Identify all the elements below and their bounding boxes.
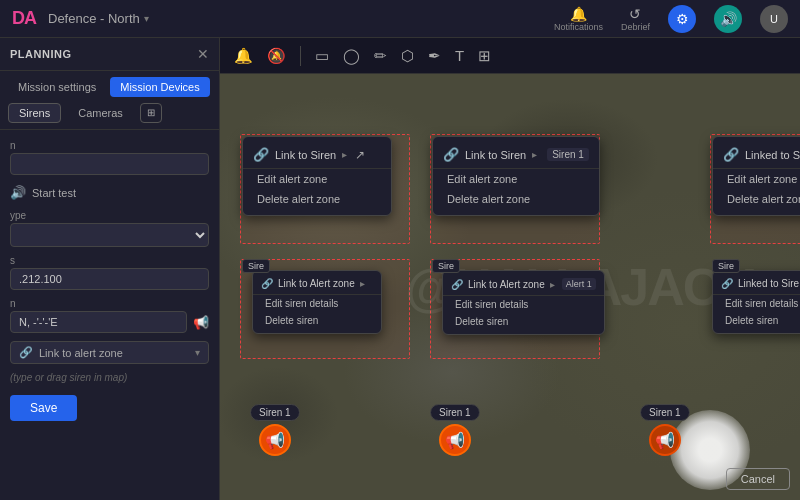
alert1-badge: Alert 1	[562, 278, 596, 290]
nav-icons: 🔔 Notifications ↺ Debrief ⚙ 🔊 U	[554, 5, 788, 33]
type-field-group: ype	[10, 210, 209, 247]
context-menu-2: 🔗 Link to Siren ▸ Siren 1 Edit alert zon…	[432, 136, 600, 216]
toolbar-pencil-icon[interactable]: ✏	[370, 43, 391, 69]
siren-ctx-3-delete[interactable]: Delete siren	[713, 312, 800, 329]
siren-ctx-1-edit[interactable]: Edit siren details	[253, 295, 381, 312]
siren-ctx-2-delete[interactable]: Delete siren	[443, 313, 604, 330]
type-select[interactable]	[10, 223, 209, 247]
toolbar-circle-icon[interactable]: ◯	[339, 43, 364, 69]
debrief-label: Debrief	[621, 22, 650, 32]
siren-name-input[interactable]	[10, 311, 187, 333]
ip-input[interactable]	[10, 268, 209, 290]
toolbar-divider-1	[300, 46, 301, 66]
audio-button[interactable]: 🔊	[714, 5, 742, 33]
siren-badge-2: Sire	[432, 259, 460, 273]
siren-context-menu-2: 🔗 Link to Alert zone ▸ Alert 1 Edit sire…	[442, 270, 605, 335]
subtab-icon[interactable]: ⊞	[140, 103, 162, 123]
siren-ctx-2-label: Link to Alert zone	[468, 279, 545, 290]
siren1-badge: Siren 1	[547, 148, 589, 161]
siren-context-menu-3: 🔗 Linked to Sire Edit siren details Dele…	[712, 270, 800, 334]
chevron-s2: ▸	[550, 279, 555, 290]
ctx-menu-3-delete[interactable]: Delete alert zone	[713, 189, 800, 209]
siren-ctx-3-edit[interactable]: Edit siren details	[713, 295, 800, 312]
cancel-button[interactable]: Cancel	[726, 468, 790, 490]
toolbar-grid-icon[interactable]: ⊞	[474, 43, 495, 69]
name-input[interactable]	[10, 153, 209, 175]
debrief-button[interactable]: ↺ Debrief	[621, 6, 650, 32]
toolbar-text-icon[interactable]: T	[451, 43, 468, 68]
ctx-menu-1-edit[interactable]: Edit alert zone	[243, 169, 391, 189]
nav-chevron[interactable]: ▾	[144, 13, 149, 24]
context-menu-1: 🔗 Link to Siren ▸ ↗ Edit alert zone Dele…	[242, 136, 392, 216]
ctx-menu-1-delete[interactable]: Delete alert zone	[243, 189, 391, 209]
ctx-menu-3-edit[interactable]: Edit alert zone	[713, 169, 800, 189]
sub-tabs: Sirens Cameras ⊞	[0, 103, 219, 130]
siren-ctx-1-delete[interactable]: Delete siren	[253, 312, 381, 329]
siren-ctx-2-header[interactable]: 🔗 Link to Alert zone ▸ Alert 1	[443, 275, 604, 296]
toolbar-bell-icon[interactable]: 🔔	[230, 43, 257, 69]
siren-icon-3[interactable]: 📢	[649, 424, 681, 456]
siren-marker-2: Siren 1 📢	[430, 404, 480, 456]
tab-mission-settings[interactable]: Mission settings	[8, 77, 106, 97]
settings-button[interactable]: ⚙	[668, 5, 696, 33]
start-test-button[interactable]: 🔊 Start test	[10, 183, 209, 202]
avatar-placeholder: U	[770, 13, 778, 25]
save-button[interactable]: Save	[10, 395, 77, 421]
subtab-cameras[interactable]: Cameras	[67, 103, 134, 123]
link-icon-s3: 🔗	[721, 278, 733, 289]
notifications-button[interactable]: 🔔 Notifications	[554, 6, 603, 32]
cancel-button-area: Cancel	[726, 468, 790, 490]
siren-marker-3: Siren 1 📢	[640, 404, 690, 456]
link-icon-1: 🔗	[253, 147, 269, 162]
name-label: n	[10, 140, 209, 151]
ctx-menu-3-header[interactable]: 🔗 Linked to Sire	[713, 143, 800, 169]
siren-ctx-3-label: Linked to Sire	[738, 278, 799, 289]
broadcast-icon[interactable]: 📢	[193, 315, 209, 330]
siren-ctx-3-header[interactable]: 🔗 Linked to Sire	[713, 275, 800, 295]
subtab-sirens[interactable]: Sirens	[8, 103, 61, 123]
link-icon-s1: 🔗	[261, 278, 273, 289]
map-area[interactable]: 🔔 🔕 ▭ ◯ ✏ ⬡ ✒ T ⊞ @HALLAJACK 🔗 L	[220, 38, 800, 500]
map-hint: (type or drag siren in map)	[10, 372, 209, 383]
siren-name-row: 📢	[10, 311, 209, 333]
link-icon-s2: 🔗	[451, 279, 463, 290]
toolbar-pen-icon[interactable]: ✒	[424, 43, 445, 69]
ctx-menu-2-header[interactable]: 🔗 Link to Siren ▸ Siren 1	[433, 143, 599, 169]
siren-icon-1[interactable]: 📢	[259, 424, 291, 456]
ip-label: s	[10, 255, 209, 266]
map-background: @HALLAJACK 🔗 Link to Siren ▸ ↗ Edit aler…	[220, 74, 800, 500]
speaker-icon: 🔊	[10, 185, 26, 200]
notifications-label: Notifications	[554, 22, 603, 32]
ctx-menu-1-header[interactable]: 🔗 Link to Siren ▸ ↗	[243, 143, 391, 169]
link-icon: 🔗	[19, 346, 33, 359]
ctx-menu-3-header-label: Linked to Sire	[745, 149, 800, 161]
close-button[interactable]: ✕	[197, 46, 209, 62]
siren-label-2: Siren 1	[430, 404, 480, 421]
nav-title-text: Defence - North	[48, 11, 140, 26]
chevron-icon-1: ▸	[342, 149, 347, 160]
cursor-indicator: ↗	[355, 148, 365, 162]
siren-ctx-2-edit[interactable]: Edit siren details	[443, 296, 604, 313]
link-icon-3: 🔗	[723, 147, 739, 162]
sidebar-header: PLANNING ✕	[0, 38, 219, 71]
siren-context-menu-1: 🔗 Link to Alert zone ▸ Edit siren detail…	[252, 270, 382, 334]
ctx-menu-2-header-label: Link to Siren	[465, 149, 526, 161]
toolbar-polygon-icon[interactable]: ⬡	[397, 43, 418, 69]
ctx-menu-2-edit[interactable]: Edit alert zone	[433, 169, 599, 189]
ctx-menu-1-header-label: Link to Siren	[275, 149, 336, 161]
ctx-menu-2-delete[interactable]: Delete alert zone	[433, 189, 599, 209]
app-logo: DA	[12, 8, 36, 29]
user-avatar[interactable]: U	[760, 5, 788, 33]
type-label: ype	[10, 210, 209, 221]
audio-icon: 🔊	[720, 11, 737, 27]
sidebar-form: n 🔊 Start test ype s n	[0, 130, 219, 500]
siren-ctx-1-header[interactable]: 🔗 Link to Alert zone ▸	[253, 275, 381, 295]
alert-zone-link[interactable]: 🔗 Link to alert zone ▾	[10, 341, 209, 364]
chevron-down-icon: ▾	[195, 347, 200, 358]
siren-icon-2[interactable]: 📢	[439, 424, 471, 456]
toolbar-bell-off-icon[interactable]: 🔕	[263, 43, 290, 69]
toolbar-rect-icon[interactable]: ▭	[311, 43, 333, 69]
tab-mission-devices[interactable]: Mission Devices	[110, 77, 209, 97]
sidebar-tabs: Mission settings Mission Devices	[0, 71, 219, 103]
nav-title: Defence - North ▾	[48, 11, 149, 26]
